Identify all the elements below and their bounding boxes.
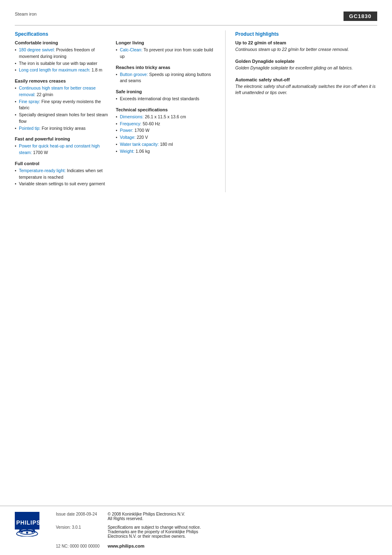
spec-group-safe: Safe ironing Exceeds international drop … — [116, 89, 217, 102]
list-item: Frequency: 50-60 Hz — [116, 121, 217, 127]
highlight-text: Calc-Clean: — [120, 47, 143, 52]
list-item: Exceeds international drop test standard… — [116, 96, 217, 102]
highlight-title-safety: Automatic safety shut-off — [235, 77, 377, 82]
spec-group-tricky: Reaches into tricky areas Button groove:… — [116, 65, 217, 85]
normal-text: The iron is suitable for use with tap wa… — [19, 61, 97, 66]
spec-list-creases: Continuous high steam for better crease … — [15, 85, 112, 131]
spec-group-creases: Easily removes creases Continuous high s… — [15, 78, 112, 131]
spec-list-control: Temperature-ready light: Indicates when … — [15, 168, 112, 187]
main-content: Specifications Comfortable ironing 180 d… — [15, 30, 377, 192]
svg-point-5 — [26, 532, 28, 534]
highlight-group-safety: Automatic safety shut-off The electronic… — [235, 77, 377, 97]
svg-point-9 — [33, 530, 35, 532]
list-item: Button groove: Speeds up ironing along b… — [116, 71, 217, 85]
list-item: The iron is suitable for use with tap wa… — [15, 60, 112, 67]
spec-group-title-longer: Longer living — [116, 40, 217, 45]
normal-text: 220 V — [136, 135, 148, 140]
specs-sub-cols: Comfortable ironing 180 degree swivel: P… — [15, 40, 217, 192]
highlight-text: Dimensions: — [120, 114, 144, 119]
footer-issue-value: © 2008 Koninklijke Philips Electronics N… — [108, 512, 185, 521]
highlight-group-steam: Up to 22 g/min of steam Continuous steam… — [235, 40, 377, 53]
spec-list-comfortable: 180 degree swivel: Provides freedom of m… — [15, 47, 112, 74]
list-item: Weight: 1.06 kg — [116, 148, 217, 155]
normal-text: 50-60 Hz — [141, 121, 160, 126]
spec-group-technical: Technical specifications Dimensions: 26.… — [116, 107, 217, 155]
footer-bottom-row: 12 NC: 0000 000 00000 www.philips.com — [56, 543, 377, 548]
highlight-title-soleplate: Golden Dynaglide soleplate — [235, 59, 377, 64]
highlight-text: Frequency: — [120, 121, 142, 126]
header-divider — [15, 25, 377, 25]
footer-logo-area: PHILIPS — [15, 512, 48, 537]
list-item: Pointed tip: For ironing tricky areas — [15, 125, 112, 132]
list-item: Power for quick heat-up and constant hig… — [15, 143, 112, 156]
svg-text:PHILIPS: PHILIPS — [16, 520, 39, 526]
product-category: Steam iron — [15, 12, 37, 16]
normal-text: 1.8 m — [90, 67, 102, 72]
highlight-text: Pointed tip: — [19, 126, 41, 131]
spec-group-title-fast: Fast and powerful ironing — [15, 136, 112, 141]
normal-text: 180 ml — [159, 142, 173, 147]
list-item: Specially designed steam holes for best … — [15, 112, 112, 125]
footer-nc-label: 12 NC: 0000 000 00000 — [56, 544, 101, 548]
spec-group-title-tricky: Reaches into tricky areas — [116, 65, 217, 70]
spec-list-fast: Power for quick heat-up and constant hig… — [15, 143, 112, 156]
highlight-text: Long cord length for maximum reach: — [19, 67, 90, 72]
list-item: Calc-Clean: To prevent your iron from sc… — [116, 47, 217, 60]
spec-group-title-technical: Technical specifications — [116, 107, 217, 112]
specs-sub-right: Longer living Calc-Clean: To prevent you… — [116, 40, 217, 192]
highlight-text: Water tank capacity: — [120, 142, 159, 147]
spec-group-comfortable: Comfortable ironing 180 degree swivel: P… — [15, 40, 112, 74]
list-item: Fine spray: Fine spray evenly moistens t… — [15, 99, 112, 112]
list-item: Long cord length for maximum reach: 1.8 … — [15, 67, 112, 74]
spec-list-technical: Dimensions: 26.1 x 11.5 x 13.6 cm Freque… — [116, 114, 217, 155]
footer-version-value: Specifications are subject to change wit… — [108, 525, 201, 539]
spec-group-title-control: Full control — [15, 161, 112, 166]
normal-text: 1700 W — [133, 128, 149, 133]
footer-issue-label: Issue date 2008-09-24 — [56, 512, 101, 516]
svg-point-7 — [20, 530, 21, 532]
list-item: Continuous high steam for better crease … — [15, 85, 112, 98]
highlight-text: Power for quick heat-up and constant hig… — [19, 143, 100, 155]
spec-group-control: Full control Temperature-ready light: In… — [15, 161, 112, 187]
right-column: Product highlights Up to 22 g/min of ste… — [225, 30, 377, 192]
footer-version-row: Version: 3.0.1 Specifications are subjec… — [56, 525, 377, 539]
footer: PHILIPS Issue date 2008-09-24 © 2008 Kon… — [0, 506, 392, 555]
footer-website: www.philips.com — [108, 543, 144, 548]
footer-version-label: Version: 3.0.1 — [56, 525, 101, 530]
highlight-group-soleplate: Golden Dynaglide soleplate Golden Dynagl… — [235, 59, 377, 71]
specs-sub-left: Comfortable ironing 180 degree swivel: P… — [15, 40, 116, 192]
spec-list-safe: Exceeds international drop test standard… — [116, 96, 217, 102]
highlight-text: Weight: — [120, 149, 134, 154]
normal-text: For ironing tricky areas — [41, 126, 86, 131]
highlight-desc-soleplate: Golden Dynaglide soleplate for excellent… — [235, 65, 377, 71]
highlight-text: Continuous high steam for better crease … — [19, 85, 96, 97]
spec-list-tricky: Button groove: Speeds up ironing along b… — [116, 71, 217, 85]
highlights-section-title: Product highlights — [235, 31, 377, 37]
normal-text: 26.1 x 11.5 x 13.6 cm — [144, 114, 186, 119]
spec-list-longer: Calc-Clean: To prevent your iron from sc… — [116, 47, 217, 60]
highlight-desc-safety: The electronic safety shut-off automatic… — [235, 83, 377, 97]
highlight-text: Voltage: — [120, 135, 136, 140]
list-item: Voltage: 220 V — [116, 134, 217, 141]
normal-text: 1700 W — [32, 150, 48, 155]
philips-logo-svg: PHILIPS — [15, 512, 39, 537]
highlight-text: 180 degree swivel: — [19, 47, 55, 52]
spec-group-fast: Fast and powerful ironing Power for quic… — [15, 136, 112, 156]
page: Steam iron GC1830 Specifications Comfort… — [0, 0, 392, 555]
highlight-title-steam: Up to 22 g/min of steam — [235, 40, 377, 45]
highlight-text: Button groove: — [120, 72, 148, 77]
list-item: Dimensions: 26.1 x 11.5 x 13.6 cm — [116, 114, 217, 120]
spec-group-title-safe: Safe ironing — [116, 89, 217, 94]
footer-info: Issue date 2008-09-24 © 2008 Koninklijke… — [56, 512, 377, 548]
specs-section-title: Specifications — [15, 31, 217, 37]
left-column: Specifications Comfortable ironing 180 d… — [15, 30, 225, 192]
spec-group-title-creases: Easily removes creases — [15, 78, 112, 83]
highlight-text: Temperature-ready light: — [19, 168, 66, 173]
normal-text: Exceeds international drop test standard… — [120, 96, 199, 101]
list-item: Variable steam settings to suit every ga… — [15, 181, 112, 187]
list-item: Power: 1700 W — [116, 127, 217, 134]
normal-text: Variable steam settings to suit every ga… — [19, 181, 105, 186]
normal-text: Specially designed steam holes for best … — [19, 112, 108, 124]
highlight-text: Power: — [120, 128, 134, 133]
list-item: 180 degree swivel: Provides freedom of m… — [15, 47, 112, 60]
